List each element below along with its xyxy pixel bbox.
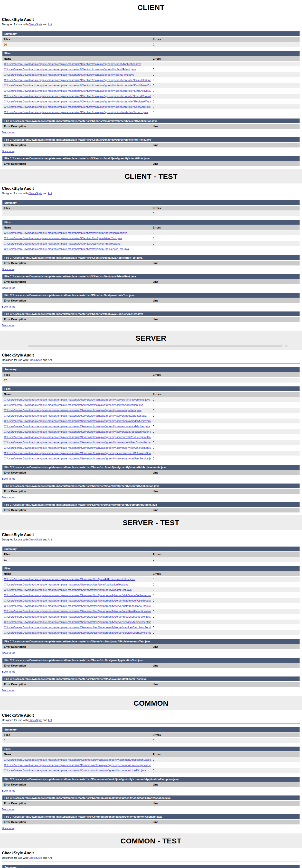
file-link[interactable]: C:\Users\ceren\Downloads\template-master… xyxy=(4,610,151,613)
horizontal-scrollbar-thumb[interactable] xyxy=(28,345,282,346)
files-header: Files xyxy=(2,220,300,225)
back-to-top-link[interactable]: Back to top xyxy=(2,150,15,153)
file-link[interactable]: C:\Users\ceren\Downloads\template-master… xyxy=(4,631,151,634)
back-to-top-link[interactable]: Back to top xyxy=(2,268,15,271)
file-link[interactable]: C:\Users\ceren\Downloads\template-master… xyxy=(4,604,151,608)
name-column-header: Name xyxy=(2,392,151,397)
ant-link[interactable]: Ant xyxy=(48,23,52,26)
file-link[interactable]: C:\Users\ceren\Downloads\template-master… xyxy=(4,63,141,65)
back-to-top-link[interactable]: Back to top xyxy=(2,670,15,673)
section-caption: CLIENT - TEST xyxy=(0,172,302,181)
file-link[interactable]: C:\Users\ceren\Downloads\template-master… xyxy=(4,100,151,103)
file-name-cell: C:\Users\ceren\Downloads\template-master… xyxy=(2,424,151,429)
ant-link[interactable]: Ant xyxy=(48,359,52,361)
ant-link[interactable]: Ant xyxy=(48,192,52,195)
summary-header: Summary xyxy=(2,31,300,36)
checkstyle-link[interactable]: CheckStyle xyxy=(28,359,42,361)
errors-column-header: Errors xyxy=(151,37,300,41)
file-name-cell: C:\Users\ceren\Downloads\template-master… xyxy=(2,94,151,98)
back-to-top-link[interactable]: Back to top xyxy=(2,286,15,289)
back-to-top-link[interactable]: Back to top xyxy=(2,827,15,830)
file-link[interactable]: C:\Users\ceren\Downloads\template-master… xyxy=(4,446,151,449)
back-to-top-link[interactable]: Back to top xyxy=(2,689,15,692)
file-link[interactable]: C:\Users\ceren\Downloads\template-master… xyxy=(4,599,151,602)
file-link[interactable]: C:\Users\ceren\Downloads\template-master… xyxy=(4,409,141,412)
file-link[interactable]: C:\Users\ceren\Downloads\template-master… xyxy=(4,769,146,772)
file-row: C:\Users\ceren\Downloads\template-master… xyxy=(2,230,300,235)
ant-link[interactable]: Ant xyxy=(48,719,52,721)
file-link[interactable]: C:\Users\ceren\Downloads\template-master… xyxy=(4,403,143,406)
back-to-top-link[interactable]: Back to top xyxy=(2,651,15,654)
file-link[interactable]: C:\Users\ceren\Downloads\template-master… xyxy=(4,242,120,245)
ant-link[interactable]: Ant xyxy=(48,538,52,541)
checkstyle-report: CheckStyle AuditDesigned for use with Ch… xyxy=(0,350,302,515)
back-to-top-link[interactable]: Back to top xyxy=(2,496,15,499)
back-to-top-link[interactable]: Back to top xyxy=(2,305,15,308)
file-link[interactable]: C:\Users\ceren\Downloads\template-master… xyxy=(4,441,151,444)
file-link[interactable]: C:\Users\ceren\Downloads\template-master… xyxy=(4,583,128,586)
file-link[interactable]: C:\Users\ceren\Downloads\template-master… xyxy=(4,95,151,98)
file-row: C:\Users\ceren\Downloads\template-master… xyxy=(2,577,300,582)
file-link[interactable]: C:\Users\ceren\Downloads\template-master… xyxy=(4,237,122,240)
file-link[interactable]: C:\Users\ceren\Downloads\template-master… xyxy=(4,457,151,460)
checkstyle-link[interactable]: CheckStyle xyxy=(28,192,42,195)
file-link[interactable]: C:\Users\ceren\Downloads\template-master… xyxy=(4,621,151,623)
file-link[interactable]: C:\Users\ceren\Downloads\template-master… xyxy=(4,84,151,87)
subtitle-text: and xyxy=(42,192,48,195)
back-to-top-link[interactable]: Back to top xyxy=(2,131,15,134)
file-row: C:\Users\ceren\Downloads\template-master… xyxy=(2,413,300,418)
line-column-header: Line xyxy=(151,644,300,649)
file-link[interactable]: C:\Users\ceren\Downloads\template-master… xyxy=(4,414,146,417)
ant-link[interactable]: Ant xyxy=(48,856,52,859)
file-errors: 0 xyxy=(151,236,300,241)
file-link[interactable]: C:\Users\ceren\Downloads\template-master… xyxy=(4,111,148,114)
page: CLIENTCheckStyle AuditDesigned for use w… xyxy=(0,0,302,868)
errors-column-header: Errors xyxy=(151,571,300,576)
file-link[interactable]: C:\Users\ceren\Downloads\template-master… xyxy=(4,73,134,76)
line-column-header: Line xyxy=(151,317,300,322)
file-errors: 0 xyxy=(151,99,300,104)
back-to-top-link[interactable]: Back to top xyxy=(2,789,15,792)
file-link[interactable]: C:\Users\ceren\Downloads\template-master… xyxy=(4,626,151,629)
back-to-top-link[interactable]: Back to top xyxy=(2,808,15,811)
file-detail-header: File C:\Users\ceren\Downloads\template-m… xyxy=(2,119,300,123)
file-detail-table: File C:\Users\ceren\Downloads\template-m… xyxy=(2,292,300,304)
back-to-top-link[interactable]: Back to top xyxy=(2,324,15,327)
file-link[interactable]: C:\Users\ceren\Downloads\template-master… xyxy=(4,89,151,92)
file-link[interactable]: C:\Users\ceren\Downloads\template-master… xyxy=(4,615,151,618)
file-link[interactable]: C:\Users\ceren\Downloads\template-master… xyxy=(4,764,151,767)
file-link[interactable]: C:\Users\ceren\Downloads\template-master… xyxy=(4,420,151,423)
file-link[interactable]: C:\Users\ceren\Downloads\template-master… xyxy=(4,247,129,250)
subtitle-text: . xyxy=(52,359,53,361)
file-link[interactable]: C:\Users\ceren\Downloads\template-master… xyxy=(4,758,151,761)
subtitle-text: and xyxy=(42,538,48,541)
file-link[interactable]: C:\Users\ceren\Downloads\template-master… xyxy=(4,425,150,428)
file-link[interactable]: C:\Users\ceren\Downloads\template-master… xyxy=(4,105,151,108)
line-column-header: Line xyxy=(151,124,300,129)
file-link[interactable]: C:\Users\ceren\Downloads\template-master… xyxy=(4,68,136,71)
file-link[interactable]: C:\Users\ceren\Downloads\template-master… xyxy=(4,231,127,234)
file-errors: 0 xyxy=(151,78,300,83)
file-link[interactable]: C:\Users\ceren\Downloads\template-master… xyxy=(4,430,151,433)
files-column-header: Files xyxy=(2,37,151,41)
line-column-header: Line xyxy=(151,663,300,668)
file-link[interactable]: C:\Users\ceren\Downloads\template-master… xyxy=(4,398,150,401)
back-to-top-link[interactable]: Back to top xyxy=(2,477,15,480)
checkstyle-link[interactable]: CheckStyle xyxy=(28,538,42,541)
file-name-cell: C:\Users\ceren\Downloads\template-master… xyxy=(2,587,151,592)
file-link[interactable]: C:\Users\ceren\Downloads\template-master… xyxy=(4,588,132,591)
file-link[interactable]: C:\Users\ceren\Downloads\template-master… xyxy=(4,79,151,82)
file-link[interactable]: C:\Users\ceren\Downloads\template-master… xyxy=(4,594,151,597)
report-title: CheckStyle Audit xyxy=(2,18,300,22)
checkstyle-link[interactable]: CheckStyle xyxy=(28,23,42,26)
file-errors: 0 xyxy=(151,603,300,608)
file-link[interactable]: C:\Users\ceren\Downloads\template-master… xyxy=(4,578,135,581)
line-column-header: Line xyxy=(151,507,300,513)
file-link[interactable]: C:\Users\ceren\Downloads\template-master… xyxy=(4,452,151,455)
file-row: C:\Users\ceren\Downloads\template-master… xyxy=(2,757,300,762)
subtitle-text: and xyxy=(42,856,48,859)
checkstyle-link[interactable]: CheckStyle xyxy=(28,856,42,859)
summary-table: SummaryFilesErrors20 xyxy=(2,864,300,868)
checkstyle-link[interactable]: CheckStyle xyxy=(28,719,42,721)
file-link[interactable]: C:\Users\ceren\Downloads\template-master… xyxy=(4,436,151,438)
